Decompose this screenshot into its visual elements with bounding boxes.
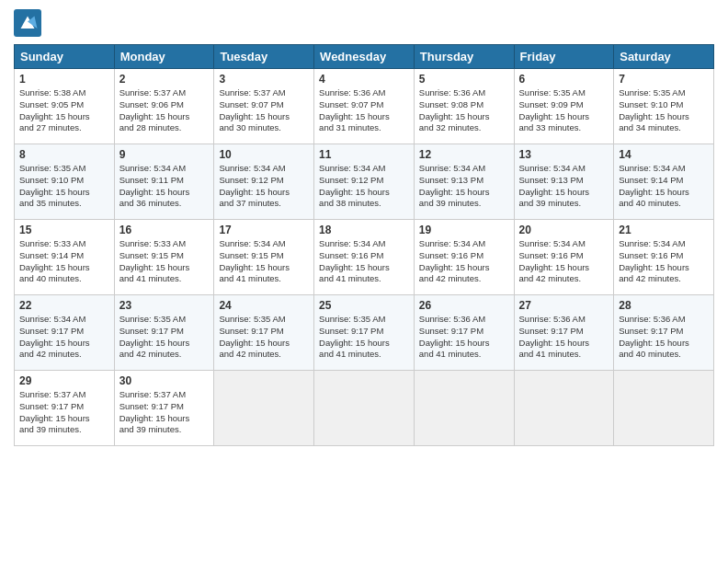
cell-info-line: Daylight: 15 hours [219,187,309,199]
calendar-cell: 7Sunrise: 5:35 AMSunset: 9:10 PMDaylight… [614,69,714,144]
cell-info-line: Sunset: 9:16 PM [519,250,609,262]
calendar-cell: 25Sunrise: 5:35 AMSunset: 9:17 PMDayligh… [314,295,415,371]
day-number: 15 [19,224,109,236]
cell-info-line: Daylight: 15 hours [119,111,210,123]
day-number: 4 [319,73,409,86]
cell-info-line: Sunset: 9:17 PM [419,326,509,338]
cell-info-line: Sunset: 9:15 PM [219,250,309,262]
cell-info-line: and 42 minutes. [119,349,210,361]
cell-info-line: and 39 minutes. [419,198,509,210]
cell-info-line: Daylight: 15 hours [19,187,109,199]
day-number: 29 [19,374,109,387]
cell-info-line: Sunrise: 5:37 AM [119,87,210,99]
calendar-cell: 22Sunrise: 5:34 AMSunset: 9:17 PMDayligh… [15,295,115,371]
calendar-cell [414,371,514,446]
cell-info-line: Daylight: 15 hours [519,187,609,199]
calendar-cell: 12Sunrise: 5:34 AMSunset: 9:13 PMDayligh… [414,144,514,220]
day-number: 11 [319,148,409,161]
cell-info-line: Daylight: 15 hours [219,111,309,123]
day-number: 22 [19,299,109,312]
day-number: 14 [619,148,709,161]
day-number: 30 [119,374,210,387]
header [14,9,714,37]
cell-info-line: and 38 minutes. [319,198,409,210]
calendar-cell: 14Sunrise: 5:34 AMSunset: 9:14 PMDayligh… [614,144,714,220]
cell-info-line: Daylight: 15 hours [419,338,509,350]
cell-info-line: Sunset: 9:15 PM [119,250,210,262]
calendar-cell: 13Sunrise: 5:34 AMSunset: 9:13 PMDayligh… [514,144,614,220]
cell-info-line: Sunrise: 5:37 AM [19,389,109,401]
calendar-cell [314,371,415,446]
day-number: 21 [619,224,709,236]
cell-info-line: Sunrise: 5:35 AM [319,314,409,326]
day-header-wednesday: Wednesday [314,45,415,69]
cell-info-line: Sunset: 9:17 PM [219,326,309,338]
cell-info-line: Daylight: 15 hours [419,111,509,123]
calendar-cell: 10Sunrise: 5:34 AMSunset: 9:12 PMDayligh… [214,144,314,220]
cell-info-line: Daylight: 15 hours [119,262,210,274]
day-header-sunday: Sunday [15,45,115,69]
day-number: 16 [119,224,210,236]
day-header-saturday: Saturday [614,45,714,69]
cell-info-line: and 42 minutes. [519,273,609,285]
calendar-cell: 21Sunrise: 5:34 AMSunset: 9:16 PMDayligh… [614,220,714,295]
calendar-cell: 1Sunrise: 5:38 AMSunset: 9:05 PMDaylight… [15,69,115,144]
cell-info-line: Sunrise: 5:36 AM [319,87,409,99]
day-number: 13 [519,148,609,161]
calendar-cell: 9Sunrise: 5:34 AMSunset: 9:11 PMDaylight… [114,144,214,220]
day-number: 20 [519,224,609,236]
calendar-cell: 4Sunrise: 5:36 AMSunset: 9:07 PMDaylight… [314,69,415,144]
cell-info-line: Sunset: 9:17 PM [619,326,709,338]
day-number: 25 [319,299,409,312]
calendar-cell: 11Sunrise: 5:34 AMSunset: 9:12 PMDayligh… [314,144,415,220]
day-number: 5 [419,73,509,86]
day-number: 6 [519,73,609,86]
cell-info-line: Sunrise: 5:35 AM [219,314,309,326]
day-header-friday: Friday [514,45,614,69]
cell-info-line: and 37 minutes. [219,198,309,210]
cell-info-line: Sunrise: 5:36 AM [419,314,509,326]
calendar-cell: 24Sunrise: 5:35 AMSunset: 9:17 PMDayligh… [214,295,314,371]
cell-info-line: and 41 minutes. [419,349,509,361]
cell-info-line: Daylight: 15 hours [319,262,409,274]
cell-info-line: Sunrise: 5:34 AM [619,163,709,175]
cell-info-line: Sunrise: 5:33 AM [119,238,210,250]
cell-info-line: Sunrise: 5:34 AM [619,238,709,250]
cell-info-line: Daylight: 15 hours [619,262,709,274]
day-number: 27 [519,299,609,312]
calendar-header-row: SundayMondayTuesdayWednesdayThursdayFrid… [15,45,714,69]
calendar-cell: 27Sunrise: 5:36 AMSunset: 9:17 PMDayligh… [514,295,614,371]
day-number: 23 [119,299,210,312]
cell-info-line: Daylight: 15 hours [419,262,509,274]
cell-info-line: Sunrise: 5:36 AM [519,314,609,326]
cell-info-line: and 39 minutes. [19,424,109,436]
cell-info-line: Daylight: 15 hours [519,111,609,123]
cell-info-line: and 35 minutes. [19,198,109,210]
cell-info-line: and 34 minutes. [619,122,709,134]
calendar-cell: 3Sunrise: 5:37 AMSunset: 9:07 PMDaylight… [214,69,314,144]
calendar-cell [514,371,614,446]
cell-info-line: Daylight: 15 hours [619,111,709,123]
cell-info-line: Sunset: 9:17 PM [519,326,609,338]
cell-info-line: and 41 minutes. [319,349,409,361]
cell-info-line: Daylight: 15 hours [19,413,109,425]
cell-info-line: and 40 minutes. [19,273,109,285]
day-header-thursday: Thursday [414,45,514,69]
cell-info-line: Sunrise: 5:35 AM [19,163,109,175]
cell-info-line: Daylight: 15 hours [619,187,709,199]
cell-info-line: Daylight: 15 hours [119,413,210,425]
cell-info-line: Sunrise: 5:35 AM [119,314,210,326]
cell-info-line: Sunrise: 5:37 AM [219,87,309,99]
cell-info-line: Sunset: 9:11 PM [119,175,210,187]
day-number: 9 [119,148,210,161]
cell-info-line: and 33 minutes. [519,122,609,134]
cell-info-line: Sunset: 9:06 PM [119,99,210,111]
cell-info-line: Sunset: 9:17 PM [119,401,210,413]
cell-info-line: Sunrise: 5:34 AM [319,238,409,250]
cell-info-line: Daylight: 15 hours [519,338,609,350]
cell-info-line: Sunset: 9:08 PM [419,99,509,111]
cell-info-line: and 41 minutes. [119,273,210,285]
cell-info-line: Sunset: 9:14 PM [619,175,709,187]
cell-info-line: Sunrise: 5:34 AM [219,163,309,175]
calendar-table: SundayMondayTuesdayWednesdayThursdayFrid… [14,44,714,446]
